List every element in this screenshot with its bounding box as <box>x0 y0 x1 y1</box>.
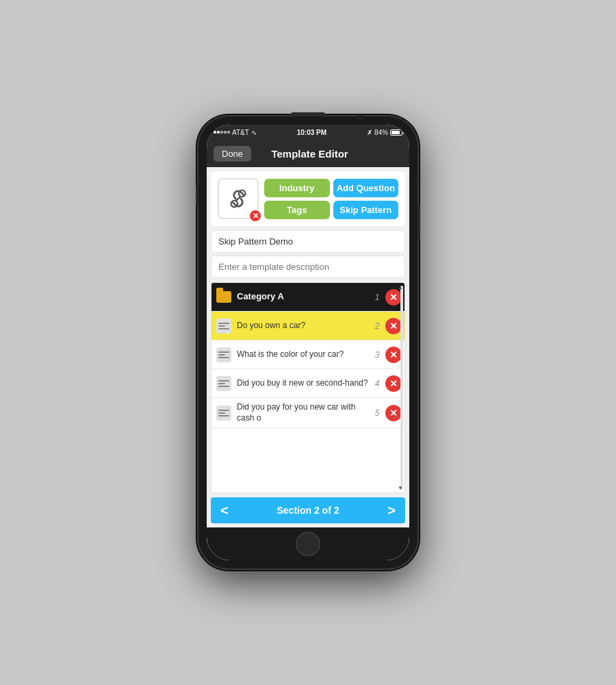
template-name-input[interactable] <box>211 230 405 253</box>
industry-button[interactable]: Industry <box>264 179 330 197</box>
signal-strength <box>214 131 230 134</box>
status-left: AT&T ∿ <box>214 129 257 136</box>
scroll-up-indicator: ▲ <box>398 284 403 290</box>
home-button-area <box>207 527 409 560</box>
list-line <box>218 354 225 356</box>
status-right: ✗ 84% <box>367 129 402 136</box>
question-icon-3 <box>214 374 233 393</box>
category-label: Category A <box>237 291 369 303</box>
top-card-row: ✕ Industry Add Question Tags Skip Patter… <box>218 178 398 219</box>
question-text-2: What is the color of your car? <box>237 349 369 360</box>
bluetooth-icon: ✗ <box>367 129 372 136</box>
list-line <box>218 328 229 329</box>
done-button[interactable]: Done <box>214 146 251 162</box>
signal-dot-2 <box>217 131 220 134</box>
signal-dot-5 <box>227 131 230 134</box>
bottom-nav: < Section 2 of 2 > <box>211 497 405 523</box>
category-number: 1 <box>372 292 382 302</box>
question-row: Do you own a car? 2 ✕ <box>211 312 405 340</box>
question-text-1: Do you own a car? <box>237 321 369 332</box>
next-section-button[interactable]: > <box>387 503 396 519</box>
delete-button-3[interactable]: ✕ <box>385 375 402 392</box>
nav-bar: Done Template Editor <box>207 140 409 167</box>
battery-icon <box>390 129 402 136</box>
question-row: What is the color of your car? 3 ✕ <box>211 340 405 369</box>
scroll-bar <box>400 286 403 490</box>
question-number-4: 5 <box>372 408 382 418</box>
list-line <box>218 351 229 353</box>
prev-section-button[interactable]: < <box>220 503 229 519</box>
chain-link-icon <box>225 186 251 212</box>
question-number-2: 3 <box>372 350 382 360</box>
section-label: Section 2 of 2 <box>277 505 339 516</box>
question-text-4: Did you pay for you new car with cash o <box>237 402 369 423</box>
signal-dot-1 <box>214 131 216 134</box>
camera <box>357 114 363 120</box>
list-line <box>218 325 225 327</box>
battery-percent: 84% <box>374 129 388 136</box>
questions-list: Category A 1 ✕ Do you own a car? 2 <box>211 282 405 493</box>
list-line <box>218 410 229 411</box>
question-row: Category A 1 ✕ <box>211 283 405 312</box>
folder-icon <box>216 291 231 303</box>
app-content: ✕ Industry Add Question Tags Skip Patter… <box>207 167 409 527</box>
list-icon <box>216 347 231 362</box>
question-text-3: Did you buy it new or second-hand? <box>237 378 369 389</box>
list-line <box>218 357 229 358</box>
action-buttons-grid: Industry Add Question Tags Skip Pattern <box>264 179 398 219</box>
phone-screen: AT&T ∿ 10:03 PM ✗ 84% Done Template Edit… <box>207 125 409 560</box>
speaker <box>291 112 325 116</box>
question-icon-2 <box>214 345 233 364</box>
delete-button-4[interactable]: ✕ <box>385 405 402 421</box>
tags-button[interactable]: Tags <box>264 201 330 219</box>
battery-fill <box>392 131 400 134</box>
delete-button-0[interactable]: ✕ <box>385 289 402 306</box>
phone-device: AT&T ∿ 10:03 PM ✗ 84% Done Template Edit… <box>198 116 418 569</box>
home-button[interactable] <box>296 532 320 556</box>
link-delete-badge[interactable]: ✕ <box>249 210 261 222</box>
category-icon <box>214 288 233 307</box>
question-icon-4 <box>214 403 233 423</box>
top-card: ✕ Industry Add Question Tags Skip Patter… <box>211 171 405 226</box>
question-row: Did you pay for you new car with cash o … <box>211 398 405 428</box>
skip-pattern-button[interactable]: Skip Pattern <box>333 201 399 219</box>
list-icon <box>216 376 231 391</box>
question-icon-1 <box>214 316 233 336</box>
scroll-down-indicator: ▼ <box>398 485 403 491</box>
question-number-3: 4 <box>372 379 382 388</box>
list-line <box>218 383 225 384</box>
question-row: Did you buy it new or second-hand? 4 ✕ <box>211 369 405 398</box>
list-line <box>218 386 229 387</box>
page-title: Template Editor <box>271 148 348 160</box>
template-description-input[interactable] <box>211 256 405 278</box>
list-line <box>218 380 229 382</box>
signal-dot-4 <box>224 131 227 134</box>
list-line <box>218 323 229 324</box>
clock: 10:03 PM <box>297 129 326 136</box>
wifi-icon: ∿ <box>251 129 257 136</box>
carrier-label: AT&T <box>232 129 249 136</box>
link-icon-box: ✕ <box>218 178 259 219</box>
list-icon <box>216 319 231 334</box>
delete-button-2[interactable]: ✕ <box>385 347 402 363</box>
delete-button-1[interactable]: ✕ <box>385 318 402 334</box>
list-line <box>218 412 225 414</box>
list-line <box>218 415 229 416</box>
question-number-1: 2 <box>372 321 382 331</box>
add-question-button[interactable]: Add Question <box>333 179 399 197</box>
list-icon <box>216 406 231 421</box>
status-bar: AT&T ∿ 10:03 PM ✗ 84% <box>207 125 409 140</box>
signal-dot-3 <box>220 131 223 134</box>
